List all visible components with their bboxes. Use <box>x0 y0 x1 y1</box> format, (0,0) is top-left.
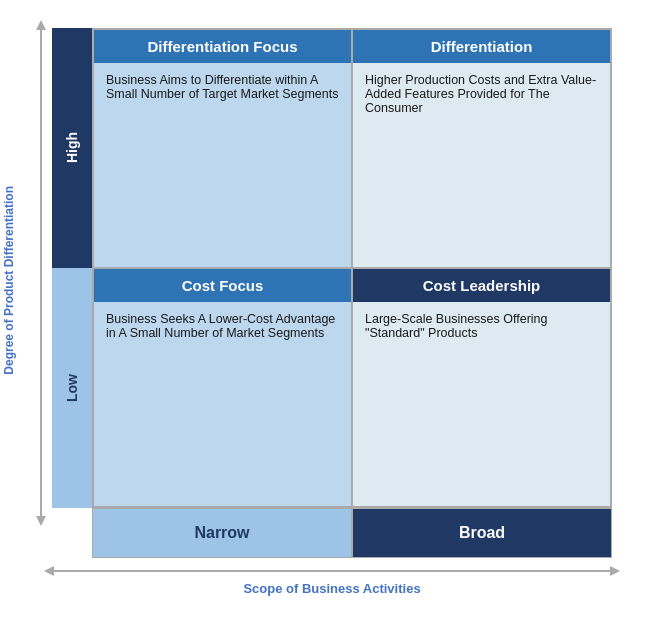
broad-label: Broad <box>352 508 612 558</box>
high-label: High <box>52 28 92 268</box>
low-label: Low <box>52 268 92 508</box>
matrix: Differentiation Focus Business Aims to D… <box>92 28 612 508</box>
y-axis-label: Degree of Product Differentiation <box>2 40 16 520</box>
differentiation-header: Differentiation <box>353 30 610 63</box>
cost-focus-header: Cost Focus <box>94 269 351 302</box>
cost-leadership-body: Large-Scale Businesses Offering "Standar… <box>353 302 610 506</box>
cost-leadership-header: Cost Leadership <box>353 269 610 302</box>
y-axis-arrow-icon <box>40 28 42 518</box>
differentiation-body: Higher Production Costs and Extra Value-… <box>353 63 610 267</box>
differentiation-focus-body: Business Aims to Differentiate within A … <box>94 63 351 267</box>
narrow-label: Narrow <box>92 508 352 558</box>
differentiation-focus-header: Differentiation Focus <box>94 30 351 63</box>
cost-focus-cell: Cost Focus Business Seeks A Lower-Cost A… <box>93 268 352 507</box>
strategy-grid: High Low Differentiation Focus Business … <box>52 28 612 518</box>
x-axis-label: Scope of Business Activities <box>52 581 612 596</box>
side-labels: High Low <box>52 28 92 508</box>
cost-focus-body: Business Seeks A Lower-Cost Advantage in… <box>94 302 351 506</box>
bottom-labels: Narrow Broad <box>92 508 612 558</box>
differentiation-focus-cell: Differentiation Focus Business Aims to D… <box>93 29 352 268</box>
main-container: Degree of Product Differentiation Scope … <box>30 10 630 600</box>
differentiation-cell: Differentiation Higher Production Costs … <box>352 29 611 268</box>
x-axis-arrow-icon <box>52 570 612 572</box>
cost-leadership-cell: Cost Leadership Large-Scale Businesses O… <box>352 268 611 507</box>
